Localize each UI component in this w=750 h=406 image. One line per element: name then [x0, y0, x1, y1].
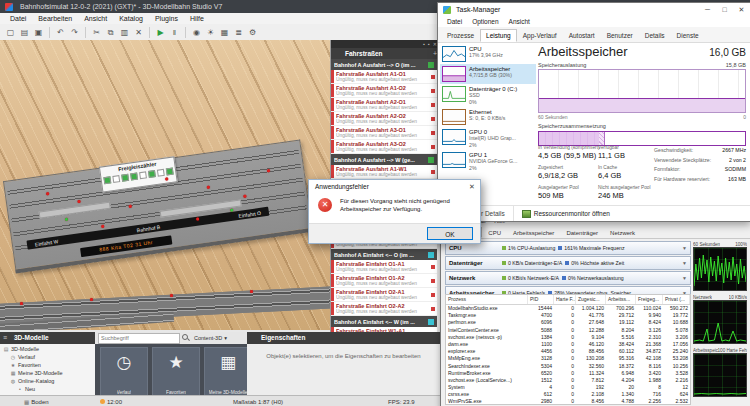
column-header[interactable]: Harte F... — [554, 295, 576, 304]
menu-bearbeiten[interactable]: Bearbeiten — [32, 15, 78, 22]
catalog-tile-clock[interactable]: ◷Verlauf — [100, 347, 148, 398]
catalog-tree-item[interactable]: ◍Online-Katalog — [0, 377, 95, 385]
menu-ansicht[interactable]: Ansicht — [78, 15, 113, 22]
status-scale[interactable]: Maßstab 1:87 (H0) — [233, 396, 283, 406]
route-item[interactable]: Fahrstraße Einfahrt O2-A2Ungültig, muss … — [331, 302, 437, 316]
search-input[interactable] — [98, 333, 180, 344]
route-item[interactable]: Fahrstraße Ausfahrt A1-O2Ungültig, muss … — [331, 84, 437, 98]
tab-netzwerk[interactable]: Netzwerk — [604, 227, 641, 238]
sidebar-item-gpu1[interactable]: GPU 1 NVIDIA GeForce G... 2% — [440, 150, 536, 173]
tab-cpu[interactable]: CPU — [482, 227, 507, 238]
catalog-tree-item[interactable]: ◷Verlauf — [0, 353, 95, 361]
route-item[interactable]: Fahrstraße Ausfahrt A1-O1Ungültig, muss … — [331, 70, 437, 84]
process-row[interactable]: csrss.exe61202.1081.340716624 — [446, 391, 690, 398]
process-row[interactable]: SearchIndexer.exe5304032.56018.3728.1161… — [446, 363, 690, 370]
grid-icon[interactable]: ▦ — [218, 26, 231, 39]
catalog-tree-item[interactable]: ▤3D-Modelle — [0, 345, 95, 353]
dock-icon[interactable]: ▪ — [423, 40, 425, 48]
light-icon[interactable]: ☀ — [204, 26, 217, 39]
open-resource-monitor-link[interactable]: Ressourcenmonitor öffnen — [514, 210, 618, 218]
column-header[interactable]: Prozess — [446, 295, 528, 304]
tab-details[interactable]: Details — [639, 29, 671, 42]
process-row[interactable]: System4019220812 — [446, 384, 690, 391]
section-netzwerk[interactable]: Netzwerk 0 KBit/s Netzwerk-E/A 0% Netzwe… — [445, 271, 691, 285]
route-item[interactable]: Fahrstraße Ausfahrt A3-O1Ungültig, muss … — [331, 126, 437, 140]
menu-hilfe[interactable]: Hilfe — [184, 15, 210, 22]
section-cpu[interactable]: CPU 1% CPU-Auslastung 161% Maximale Freq… — [445, 241, 691, 255]
open-icon[interactable]: ▤ — [18, 26, 31, 39]
tab-benutzer[interactable]: Benutzer — [601, 29, 639, 42]
column-header[interactable]: Privat (... — [663, 295, 690, 304]
camera-icon[interactable]: ◉ — [190, 26, 203, 39]
catalog-tile-star[interactable]: ★Favoriten — [152, 347, 200, 398]
chevron-down-icon[interactable]: ▼ — [682, 245, 687, 251]
catalog-tree-item[interactable]: ★Favoriten — [0, 361, 95, 369]
delete-icon[interactable]: ✕ — [132, 26, 145, 39]
column-header[interactable]: Freigeg... — [636, 295, 663, 304]
new-icon[interactable]: ▢ — [4, 26, 17, 39]
menu-optionen[interactable]: Optionen — [467, 18, 503, 25]
cut-icon[interactable]: ✂ — [90, 26, 103, 39]
viewport-3d[interactable]: Freigleiszähler Einfahrt W Bahnhof B Ein… — [0, 40, 330, 330]
catalog-tile-grid[interactable]: ▦Meine 3D-Modelle — [204, 347, 252, 398]
catalog-tree-item[interactable]: •Neu — [0, 385, 95, 393]
chevron-down-icon[interactable]: ▼ — [682, 260, 687, 266]
process-row[interactable]: IntelContextCenter.exe5088012.2888.2043.… — [446, 327, 690, 334]
routes-section-header[interactable]: Bahnhof A Ausfahrt --> O (im ... — [331, 59, 437, 70]
chevron-down-icon[interactable]: ▼ — [682, 275, 687, 281]
process-row[interactable]: MsMpEng.exe31280130.20895.31642.10853.20… — [446, 355, 690, 362]
process-row[interactable]: svchost.exe (netsvcs -p)138409.1045.5162… — [446, 334, 690, 341]
route-item[interactable]: Fahrstraße Einfahrt O1-A1Ungültig, muss … — [331, 260, 437, 274]
routes-section-header[interactable]: Bahnhof A Ausfahrt --> W (ge... — [331, 154, 437, 165]
track-board[interactable]: Freigleiszähler Einfahrt W Bahnhof B Ein… — [3, 140, 313, 274]
menu-plugins[interactable]: Plugins — [149, 15, 184, 22]
route-item[interactable]: Fahrstraße Ausfahrt A1-W1Ungültig, muss … — [331, 165, 437, 179]
status-floor[interactable]: ▦ Boden — [24, 396, 49, 406]
tm-titlebar[interactable]: Task-Manager ─ □ ✕ — [438, 3, 750, 16]
tab-autostart[interactable]: Autostart — [563, 29, 601, 42]
layers-icon[interactable]: ≣ — [232, 26, 245, 39]
minimize-icon[interactable]: ─ — [699, 3, 716, 16]
tab-dienste[interactable]: Dienste — [671, 29, 705, 42]
ok-button[interactable]: OK — [427, 227, 473, 240]
route-item[interactable]: Fahrstraße Einfahrt O2-A1Ungültig, muss … — [331, 288, 437, 302]
menu-katalog[interactable]: Katalog — [113, 15, 149, 22]
process-row[interactable]: ModellbahnStudio.exe1544401.004.120700.2… — [446, 305, 690, 312]
menu-ansicht[interactable]: Ansicht — [504, 18, 535, 25]
paste-icon[interactable]: ▥ — [118, 26, 131, 39]
section-datentraeger[interactable]: Datenträger 0 KB/s Datenträger-E/A 0% Hö… — [445, 256, 691, 270]
process-row[interactable]: explorer.exe4456088.45660.11234.87225.24… — [446, 348, 690, 355]
process-row[interactable]: perfmon.exe6096027.64819.1128.42410.688 — [446, 319, 690, 326]
route-item[interactable]: Fahrstraße Ausfahrt A2-O1Ungültig, muss … — [331, 98, 437, 112]
close-icon[interactable]: ✕ — [464, 180, 480, 193]
settings-icon[interactable]: ⚙ — [246, 26, 259, 39]
close-icon[interactable]: ✕ — [733, 3, 750, 16]
tab-leistung[interactable]: Leistung — [480, 29, 517, 42]
column-header[interactable]: Zugesic... — [576, 295, 606, 304]
process-row[interactable]: RuntimeBroker.exe6520011.3246.9483.4203.… — [446, 370, 690, 377]
dialog-titlebar[interactable]: Anwendungsfehler — [309, 180, 480, 193]
process-row[interactable]: svchost.exe (LocalService...)151207.8124… — [446, 377, 690, 384]
maximize-icon[interactable]: □ — [716, 3, 733, 16]
sidebar-item-datentraeger[interactable]: Datenträger 0 (C:) SSD 0% — [440, 84, 536, 107]
search-icon[interactable] — [182, 334, 190, 342]
sidebar-item-arbeitsspeicher[interactable]: Arbeitsspeicher 4,7/15,8 GB (30%) — [440, 64, 536, 84]
sidebar-item-gpu0[interactable]: GPU 0 Intel(R) UHD Grap... 2% — [440, 127, 536, 150]
process-row[interactable]: dwm.exe1100046.12038.42421.36817.056 — [446, 341, 690, 348]
menu-datei[interactable]: Datei — [4, 15, 32, 22]
status-time[interactable]: 12:00 — [100, 396, 122, 406]
process-row[interactable]: WmiPrvSE.exe298008.4564.7882.2562.532 — [446, 398, 690, 405]
pause-icon[interactable]: ‖ — [168, 26, 181, 39]
burger-icon[interactable]: ≡ — [3, 332, 7, 344]
tab-app-verlauf[interactable]: App-Verlauf — [517, 29, 563, 42]
routes-section-header[interactable]: Bahnhof A Einfahrt <-- W (im ... — [331, 316, 437, 327]
save-icon[interactable]: ▣ — [32, 26, 45, 39]
sidebar-item-cpu[interactable]: CPU 17% 3,94 GHz — [440, 44, 536, 64]
play-icon[interactable]: ▶ — [154, 26, 167, 39]
catalog-tree-item[interactable]: ▦Meine 3D-Modelle — [0, 369, 95, 377]
process-row[interactable]: Taskmgr.exe4700041.77629.7129.94019.772 — [446, 312, 690, 319]
routes-section-header[interactable]: Bahnhof A Einfahrt <-- O (im ... — [331, 249, 437, 260]
sidebar-item-ethernet[interactable]: Ethernet S: 0, E: 0 KBit/s — [440, 107, 536, 127]
column-header[interactable]: Arbeitss... — [606, 295, 636, 304]
tab-datentraeger[interactable]: Datenträger — [560, 227, 604, 238]
